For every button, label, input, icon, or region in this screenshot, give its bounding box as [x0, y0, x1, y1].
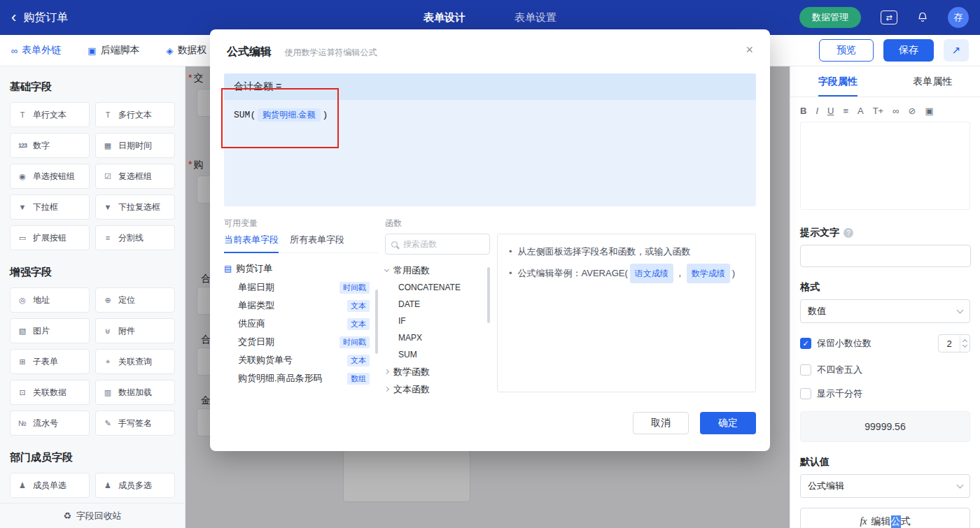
stepper-down-icon[interactable] — [962, 343, 967, 348]
sidebar-item-address[interactable]: ◎地址 — [10, 287, 90, 313]
sidebar-item-image[interactable]: ▧图片 — [10, 318, 90, 343]
tab-form-design[interactable]: 表单设计 — [424, 11, 465, 24]
underline-icon[interactable]: U — [827, 106, 834, 116]
help-icon[interactable]: ? — [844, 228, 853, 238]
unlink-icon[interactable]: ⊘ — [909, 106, 916, 116]
decimal-checkbox[interactable]: ✓ — [800, 338, 811, 349]
hint-label-row: 提示文字 ? — [800, 227, 970, 239]
share-button[interactable]: ↗ — [944, 39, 969, 62]
default-value-select[interactable]: 公式编辑 — [800, 474, 970, 498]
preview-button[interactable]: 预览 — [819, 39, 874, 62]
formula-field-chip[interactable]: 购货明细.金额 — [258, 108, 320, 122]
function-group-label: 数学函数 — [393, 366, 430, 378]
sidebar-item-linked-query[interactable]: ⌖关联查询 — [95, 349, 175, 374]
stepper-arrows[interactable] — [960, 335, 969, 352]
dropdown-icon: ▼ — [16, 203, 29, 211]
sidebar-item-number[interactable]: 123数字 — [10, 133, 90, 158]
variables-label: 可用变量 — [224, 218, 258, 228]
formula-edit-dialog: 公式编辑 使用数学运算符编辑公式 × 合计金额 = SUM(购货明细.金额) 可… — [210, 29, 770, 451]
variables-scrollbar[interactable] — [375, 290, 378, 354]
sidebar-item-label: 成员单选 — [33, 480, 66, 492]
function-item-if[interactable]: IF — [385, 313, 490, 329]
tab-field-properties[interactable]: 字段属性 — [790, 66, 886, 97]
variable-name: 单据日期 — [238, 281, 274, 294]
sidebar-item-subform[interactable]: ⊞子表单 — [10, 349, 90, 374]
sidebar-item-dropdown-multi[interactable]: ▼下拉复选框 — [95, 194, 175, 220]
tab-all-form-fields[interactable]: 所有表单字段 — [290, 234, 344, 246]
notification-bell-icon[interactable] — [917, 12, 928, 23]
function-item-date[interactable]: DATE — [385, 296, 490, 313]
hint-text-input[interactable] — [800, 245, 971, 267]
sidebar-item-label: 数据加载 — [118, 387, 152, 399]
variable-row[interactable]: 供应商文本 — [224, 315, 378, 333]
bold-icon[interactable]: B — [800, 106, 806, 116]
insert-image-icon[interactable]: ▣ — [925, 106, 933, 116]
sidebar-item-serial-number[interactable]: №流水号 — [10, 411, 90, 436]
backend-script-item[interactable]: ▣后端脚本 — [88, 44, 139, 57]
confirm-button[interactable]: 确定 — [700, 412, 756, 434]
tab-form-properties[interactable]: 表单属性 — [886, 66, 980, 97]
sidebar-item-dropdown[interactable]: ▼下拉框 — [10, 194, 90, 220]
align-icon[interactable]: ≡ — [843, 106, 848, 116]
function-item-concatenate[interactable]: CONCATENATE — [385, 279, 490, 296]
check-icon: ✓ — [802, 339, 808, 348]
formula-editor[interactable]: 合计金额 = SUM(购货明细.金额) — [224, 73, 756, 206]
decimal-stepper-value: 2 — [939, 338, 960, 349]
sidebar-item-signature[interactable]: ✎手写签名 — [95, 411, 175, 436]
variable-row[interactable]: 关联购货单号文本 — [224, 351, 378, 369]
variable-row[interactable]: 购货明细.商品条形码数组 — [224, 369, 378, 387]
sidebar-item-location[interactable]: ⊕定位 — [95, 287, 175, 313]
shield-icon: ◈ — [167, 45, 174, 56]
data-manage-button[interactable]: 数据管理 — [799, 7, 861, 28]
close-icon[interactable]: × — [746, 43, 753, 56]
sidebar-item-member-multi[interactable]: ♟成员多选 — [95, 473, 175, 498]
variable-row[interactable]: 单据日期时间戳 — [224, 278, 378, 297]
formula-expression-line[interactable]: SUM(购货明细.金额) — [224, 100, 756, 130]
variables-root-node[interactable]: ▤ 购货订单 — [224, 259, 378, 278]
function-search-box[interactable] — [385, 234, 490, 255]
cancel-button[interactable]: 取消 — [633, 412, 689, 434]
functions-scrollbar[interactable] — [487, 267, 490, 323]
form-external-link-item[interactable]: ∞表单外链 — [11, 44, 61, 57]
sidebar-item-datetime[interactable]: ▦日期时间 — [95, 133, 175, 158]
tab-form-settings[interactable]: 表单设置 — [514, 11, 556, 24]
recycle-bin-icon: ♻ — [63, 511, 71, 521]
sidebar-item-data-load[interactable]: ▥数据加载 — [95, 380, 175, 405]
sidebar-item-checkbox-group[interactable]: ☑复选框组 — [95, 164, 175, 189]
italic-icon[interactable]: I — [816, 106, 818, 116]
edit-formula-button[interactable]: fx 编辑公式 — [800, 508, 970, 528]
tab-current-form-fields[interactable]: 当前表单字段 — [224, 234, 279, 246]
sidebar-item-divider[interactable]: ≡分割线 — [95, 225, 175, 250]
decimal-stepper[interactable]: 2 — [938, 334, 970, 352]
sidebar-item-member-single[interactable]: ♟成员单选 — [10, 473, 90, 498]
function-group-common[interactable]: 常用函数 — [385, 262, 490, 279]
function-item-mapx[interactable]: MAPX — [385, 329, 490, 346]
link-icon[interactable]: ∞ — [892, 106, 899, 116]
function-search-input[interactable] — [402, 238, 484, 250]
avatar[interactable]: 存 — [948, 7, 969, 28]
app-switch-icon[interactable]: ⇄ — [881, 10, 897, 24]
data-permission-item[interactable]: ◈数据权 — [167, 44, 207, 57]
sidebar-item-single-line-text[interactable]: T单行文本 — [10, 102, 90, 127]
save-button[interactable]: 保存 — [883, 39, 934, 62]
function-group-math[interactable]: 数学函数 — [385, 363, 490, 380]
sidebar-item-extend-button[interactable]: ▭扩展按钮 — [10, 225, 90, 250]
field-title-editor[interactable] — [800, 122, 970, 210]
sidebar-item-label: 关联查询 — [118, 356, 152, 368]
no-round-checkbox[interactable] — [800, 364, 811, 376]
back-chevron-icon[interactable]: ‹ — [11, 10, 16, 25]
variable-row[interactable]: 交货日期时间戳 — [224, 333, 378, 351]
function-group-text[interactable]: 文本函数 — [385, 380, 490, 398]
font-color-icon[interactable]: A — [858, 106, 864, 116]
sidebar-item-multi-line-text[interactable]: T多行文本 — [95, 102, 175, 127]
font-size-icon[interactable]: T+ — [873, 106, 884, 116]
sidebar-item-radio-group[interactable]: ◉单选按钮组 — [10, 164, 90, 189]
thousand-checkbox[interactable] — [800, 388, 811, 399]
format-select[interactable]: 数值 — [800, 299, 970, 323]
share-icon: ↗ — [952, 44, 961, 57]
sidebar-item-attachment[interactable]: ⊎附件 — [95, 318, 175, 343]
variable-row[interactable]: 单据类型文本 — [224, 297, 378, 315]
field-recycle-bin[interactable]: ♻ 字段回收站 — [0, 503, 185, 528]
sidebar-item-linked-data[interactable]: ⊡关联数据 — [10, 380, 90, 405]
function-item-sum[interactable]: SUM — [385, 346, 490, 363]
